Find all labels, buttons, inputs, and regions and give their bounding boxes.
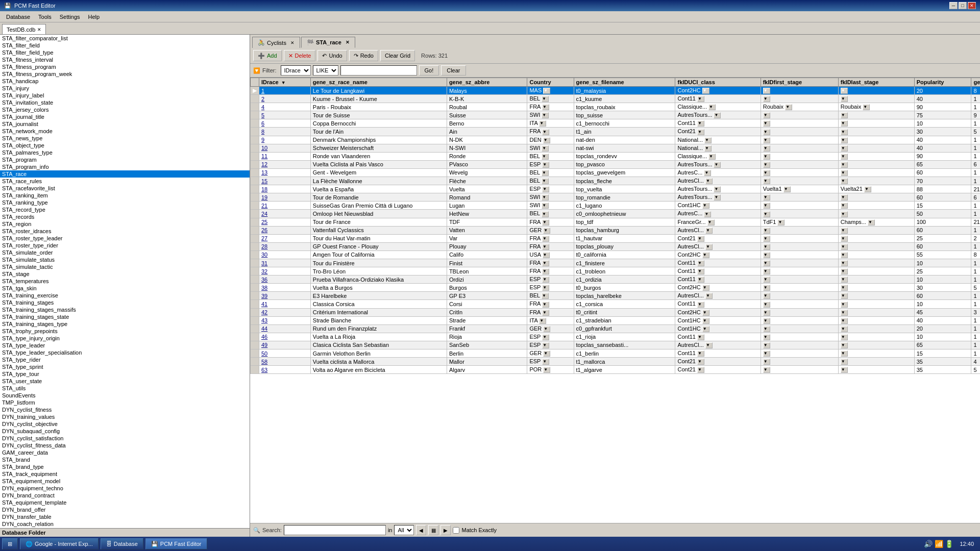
cell-filename[interactable]: topclas_gwevelgem bbox=[574, 168, 675, 177]
sidebar-item-dyn-cyclist-fitness-data[interactable]: DYN_cyclist_fitness_data bbox=[0, 442, 250, 449]
cell-filename[interactable]: c1_finistere bbox=[574, 259, 675, 267]
sidebar-item-sta-journalist[interactable]: STA_journalist bbox=[0, 120, 250, 128]
cell-idrace[interactable]: 25 bbox=[259, 218, 311, 226]
cell-race-name[interactable]: Tro-Bro Léon bbox=[310, 267, 447, 276]
cell-filename[interactable]: nat-den bbox=[574, 136, 675, 144]
cell-first-stage[interactable]: ▼ bbox=[761, 136, 838, 144]
cell-last-stage[interactable]: Roubaix ▼ bbox=[838, 103, 914, 111]
cell-last-stage[interactable]: ▼ bbox=[838, 226, 914, 234]
cell-last-stage[interactable]: ▼ bbox=[838, 358, 914, 366]
cell-country[interactable]: POR ▼ bbox=[527, 366, 574, 374]
cell-first-stage[interactable]: ▼ bbox=[761, 292, 838, 300]
cell-uci[interactable]: AutresTours... ▼ bbox=[675, 111, 761, 119]
cell-first-stage[interactable]: ▼ bbox=[761, 366, 838, 374]
cell-race-name[interactable]: Vuelta ciclista a Mallorca bbox=[310, 358, 447, 366]
cell-first-stage[interactable]: ▼ bbox=[761, 95, 838, 103]
cell-idrace[interactable]: 49 bbox=[259, 341, 311, 349]
cell-country[interactable]: ESP ▼ bbox=[527, 358, 574, 366]
cell-filename[interactable]: c0_omloophetnieuw bbox=[574, 210, 675, 218]
cell-abbr[interactable]: TDF bbox=[447, 218, 527, 226]
cell-idrace[interactable]: 46 bbox=[259, 333, 311, 341]
cell-race-name[interactable]: SuisseGas Gran Premio Città di Lugano bbox=[310, 202, 447, 210]
cell-jnum[interactable]: 1 bbox=[971, 242, 980, 251]
cell-last-stage[interactable]: ▼ bbox=[838, 316, 914, 324]
cell-filename[interactable]: t1_algarve bbox=[574, 366, 675, 374]
sidebar-item-sta-ranking-item[interactable]: STA_ranking_item bbox=[0, 192, 250, 199]
cell-uci[interactable]: AutresCl... ▼ bbox=[675, 341, 761, 349]
cell-last-stage[interactable]: ▼ bbox=[838, 284, 914, 292]
cell-country[interactable]: FRA ▼ bbox=[527, 308, 574, 316]
sidebar-item-sta-racefavorite-list[interactable]: STA_racefavorite_list bbox=[0, 185, 250, 192]
cell-filename[interactable]: c1_stradebian bbox=[574, 316, 675, 324]
cell-last-stage[interactable]: ▼ bbox=[838, 366, 914, 374]
cell-idrace[interactable]: 1 bbox=[259, 87, 311, 95]
cell-race-name[interactable]: Coppa Bernocchi bbox=[310, 119, 447, 128]
cell-jnum[interactable]: 1 bbox=[971, 177, 980, 185]
sidebar-item-dyn-coach-relation[interactable]: DYN_coach_relation bbox=[0, 520, 250, 528]
cell-idrace[interactable]: 10 bbox=[259, 144, 311, 152]
cell-last-stage[interactable]: ▼ bbox=[838, 119, 914, 128]
cell-race-name[interactable]: Garmin Velothon Berlin bbox=[310, 349, 447, 358]
cell-race-name[interactable]: Omloop Het Nieuwsblad bbox=[310, 210, 447, 218]
cell-country[interactable]: FRA ▼ bbox=[527, 300, 574, 308]
sidebar-item-sta-type-leader[interactable]: STA_type_leader bbox=[0, 342, 250, 349]
cell-first-stage[interactable]: ▼ bbox=[761, 111, 838, 119]
cell-last-stage[interactable]: ▼ bbox=[838, 349, 914, 358]
cell-race-name[interactable]: Prueba Villafranca-Ordiziako Klasika bbox=[310, 276, 447, 284]
sidebar-item-sta-user-state[interactable]: STA_user_state bbox=[0, 378, 250, 385]
col-last-stage[interactable]: fkIDlast_stage bbox=[838, 78, 914, 87]
tab-close-icon[interactable]: ✕ bbox=[37, 27, 41, 32]
cell-country[interactable]: USA ▼ bbox=[527, 251, 574, 259]
cell-last-stage[interactable]: Vuelta21 ▼ bbox=[838, 185, 914, 193]
cell-uci[interactable]: AutresTours... ▼ bbox=[675, 193, 761, 202]
cell-race-name[interactable]: Gent - Wevelgem bbox=[310, 168, 447, 177]
cell-popularity[interactable]: 10 bbox=[914, 333, 971, 341]
cell-idrace[interactable]: 6 bbox=[259, 119, 311, 128]
cell-country[interactable]: FRA ▼ bbox=[527, 267, 574, 276]
col-country[interactable]: Country bbox=[527, 78, 574, 87]
cell-uci[interactable]: AutresC... ▼ bbox=[675, 210, 761, 218]
cell-race-name[interactable]: Ronde van Vlaanderen bbox=[310, 152, 447, 160]
cell-idrace[interactable]: 24 bbox=[259, 210, 311, 218]
col-jnum[interactable]: gene_j_number bbox=[971, 78, 980, 87]
cell-race-name[interactable]: Kuume - Brussel - Kuume bbox=[310, 95, 447, 103]
sidebar-item-sta-type-sprint[interactable]: STA_type_sprint bbox=[0, 363, 250, 370]
filter-operator-select[interactable]: LIKE = != bbox=[313, 65, 338, 76]
cell-first-stage[interactable]: TdF1 ▼ bbox=[761, 218, 838, 226]
cell-abbr[interactable]: PVasco bbox=[447, 160, 527, 168]
cell-last-stage[interactable]: ▼ bbox=[838, 341, 914, 349]
cell-popularity[interactable]: 35 bbox=[914, 358, 971, 366]
cell-popularity[interactable]: 65 bbox=[914, 160, 971, 168]
cell-uci[interactable]: AutresC... ▼ bbox=[675, 168, 761, 177]
cell-filename[interactable]: t1_ain bbox=[574, 128, 675, 136]
sidebar-item-sta-simulate-status[interactable]: STA_simulate_status bbox=[0, 256, 250, 263]
cell-first-stage[interactable]: ▼ bbox=[761, 267, 838, 276]
sidebar-item-sta-brand[interactable]: STA_brand bbox=[0, 456, 250, 463]
cell-uci[interactable]: AutresTours... ▼ bbox=[675, 160, 761, 168]
cell-filename[interactable]: topclas_fleche bbox=[574, 177, 675, 185]
cell-country[interactable]: BEL ▼ bbox=[527, 152, 574, 160]
cell-filename[interactable]: c1_corsica bbox=[574, 300, 675, 308]
cell-filename[interactable]: top_romandie bbox=[574, 193, 675, 202]
cell-jnum[interactable]: 1 bbox=[971, 316, 980, 324]
cell-filename[interactable]: topclas_plouay bbox=[574, 242, 675, 251]
cell-popularity[interactable]: 10 bbox=[914, 300, 971, 308]
sidebar-item-sta-training-stages-massifs[interactable]: STA_training_stages_massifs bbox=[0, 306, 250, 313]
cell-first-stage[interactable]: ▼ bbox=[761, 324, 838, 333]
cell-country[interactable]: FRA ▼ bbox=[527, 234, 574, 242]
cell-uci[interactable]: Cont1HC ▼ bbox=[675, 316, 761, 324]
sidebar-item-sta-region[interactable]: STA_region bbox=[0, 220, 250, 228]
cell-uci[interactable]: Cont11 ▼ bbox=[675, 333, 761, 341]
cell-last-stage[interactable]: ▼ bbox=[838, 95, 914, 103]
cell-first-stage[interactable]: ▼ bbox=[761, 284, 838, 292]
cell-country[interactable]: SWI ▼ bbox=[527, 193, 574, 202]
cell-race-name[interactable]: Strade Bianche bbox=[310, 316, 447, 324]
cell-jnum[interactable]: 1 bbox=[971, 292, 980, 300]
cell-uci[interactable]: AutresCl... ▼ bbox=[675, 242, 761, 251]
cell-country[interactable]: ESP ▼ bbox=[527, 160, 574, 168]
cell-uci[interactable]: Classique... ▼ bbox=[675, 152, 761, 160]
cell-popularity[interactable]: 65 bbox=[914, 341, 971, 349]
cell-race-name[interactable]: Denmark Championships bbox=[310, 136, 447, 144]
cell-idrace[interactable]: 18 bbox=[259, 185, 311, 193]
sidebar-item-sta-race-rules[interactable]: STA_race_rules bbox=[0, 178, 250, 185]
